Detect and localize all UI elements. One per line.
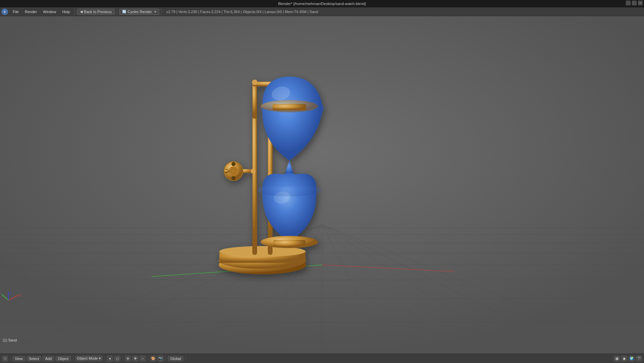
scene-btn[interactable]: 🎬 (636, 356, 642, 362)
select-menu-button[interactable]: Select (27, 356, 42, 361)
blender-logo-button[interactable]: B (1, 8, 8, 15)
chevron-down-icon: ▾ (154, 10, 156, 13)
menu-divider-3 (161, 9, 162, 15)
svg-point-51 (231, 162, 236, 166)
3d-viewport[interactable]: User Persp (0, 16, 644, 354)
svg-rect-33 (252, 82, 257, 119)
viewport-shading-solid[interactable]: ● (107, 356, 113, 362)
svg-point-49 (229, 166, 238, 176)
view-menu-button[interactable]: View (12, 356, 25, 361)
cycles-icon: 🔄 (122, 10, 126, 13)
svg-rect-54 (224, 170, 229, 172)
transform-button[interactable]: ✥ (132, 356, 138, 362)
selection-info: (1) Sand (3, 338, 17, 342)
close-button[interactable]: ✕ (638, 1, 643, 5)
transform-orientation[interactable]: Global (168, 356, 183, 361)
render-icon[interactable]: 📷 (157, 356, 164, 362)
menu-divider (75, 9, 75, 15)
menu-bar: B File Render Window Help ◀ Back to Prev… (0, 7, 644, 16)
svg-text:X: X (19, 293, 22, 297)
window-title: Blender* [/home/mehman/Desktop/sand-watc… (278, 2, 366, 6)
render-mode-selector[interactable]: 🔄 Cycles Render ▾ (119, 9, 159, 15)
toolbar-sep-7 (185, 356, 186, 362)
object-menu-button[interactable]: Object (56, 356, 71, 361)
bottom-toolbar: ⬡ View Select Add Object Object Mode ▾ ●… (0, 354, 644, 363)
svg-rect-46 (273, 104, 306, 110)
toolbar-sep-1 (10, 356, 10, 362)
toolbar-sep-3 (105, 356, 105, 362)
maximize-button[interactable]: □ (632, 1, 637, 5)
toolbar-sep-2 (73, 356, 73, 362)
toolbar-sep-4 (122, 356, 123, 362)
menu-divider-2 (117, 9, 117, 15)
window-controls[interactable]: ─ □ ✕ (626, 1, 643, 5)
window-menu[interactable]: Window (40, 9, 59, 14)
title-bar: Blender* [/home/mehman/Desktop/sand-watc… (0, 0, 644, 7)
back-icon: ◀ (80, 10, 83, 13)
scene-render: X Y Z (0, 16, 644, 354)
viewport-shading-wire[interactable]: ◻ (114, 356, 120, 362)
world-btn[interactable]: 🌍 (629, 356, 635, 362)
svg-text:Z: Z (9, 291, 11, 295)
svg-rect-44 (273, 240, 306, 247)
status-bar: v2.79 | Verts:3,230 | Faces:3,224 | Tris… (166, 10, 318, 14)
proportional-edit[interactable]: ○ (140, 356, 146, 362)
render-menu[interactable]: Render (22, 9, 40, 14)
svg-point-52 (231, 176, 236, 180)
svg-point-55 (251, 169, 255, 173)
mode-chevron-icon: ▾ (99, 356, 101, 360)
back-to-previous-button[interactable]: ◀ Back to Previous (77, 9, 115, 15)
texture-paint-icon[interactable]: 🎨 (150, 356, 156, 362)
render-layers-btn[interactable]: ◉ (621, 356, 627, 362)
snap-button[interactable]: ⊕ (125, 356, 131, 362)
minimize-button[interactable]: ─ (626, 1, 631, 5)
file-menu[interactable]: File (10, 9, 22, 14)
layers-button[interactable]: ▦ (614, 356, 620, 362)
svg-point-37 (252, 80, 257, 85)
editor-type-button[interactable]: ⬡ (2, 356, 8, 362)
editor-icon: ⬡ (4, 357, 7, 360)
toolbar-sep-5 (148, 356, 148, 362)
toolbar-sep-6 (166, 356, 166, 362)
svg-point-42 (257, 184, 321, 196)
object-mode-selector[interactable]: Object Mode ▾ (75, 356, 103, 361)
add-menu-button[interactable]: Add (43, 356, 54, 361)
help-menu[interactable]: Help (60, 9, 73, 14)
